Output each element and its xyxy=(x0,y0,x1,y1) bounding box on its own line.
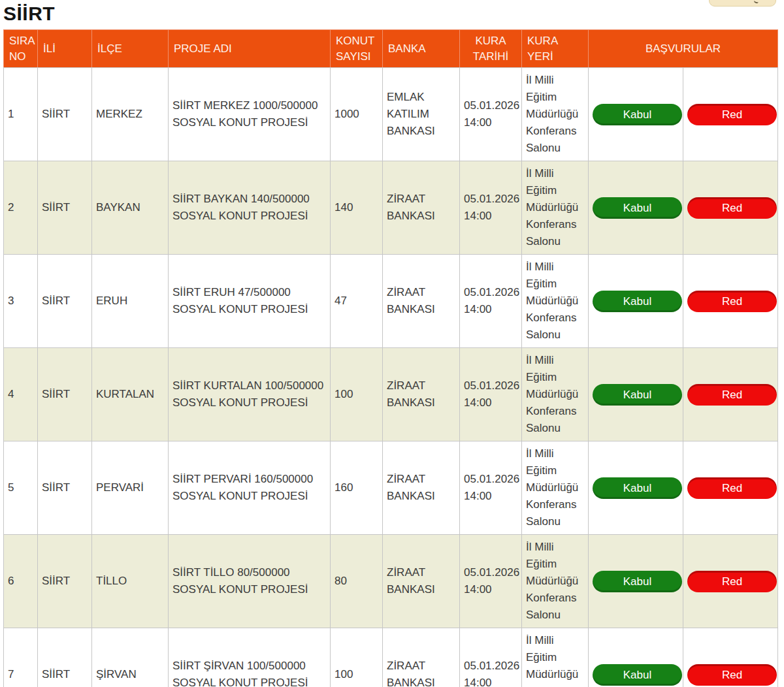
cell-konut-sayisi: 1000 xyxy=(331,68,383,161)
cell-proje-adi: SİİRT BAYKAN 140/500000 SOSYAL KONUT PRO… xyxy=(169,161,331,255)
cell-basvuru-red: Red xyxy=(683,535,778,628)
kabul-button[interactable]: Kabul xyxy=(593,571,682,592)
table-row: 7SİİRTŞİRVANSİİRT ŞİRVAN 100/500000 SOSY… xyxy=(4,628,778,687)
kabul-button[interactable]: Kabul xyxy=(593,197,682,219)
red-button[interactable]: Red xyxy=(687,664,777,686)
cell-banka: ZİRAAT BANKASI xyxy=(383,161,460,255)
kabul-button[interactable]: Kabul xyxy=(593,664,682,686)
table-row: 3SİİRTERUHSİİRT ERUH 47/500000 SOSYAL KO… xyxy=(4,255,778,348)
cell-kura-yeri: İl Milli Eğitim Müdürlüğü Konferans Salo… xyxy=(522,161,589,255)
cell-proje-adi: SİİRT TİLLO 80/500000 SOSYAL KONUT PROJE… xyxy=(169,535,331,628)
cell-banka: EMLAK KATILIM BANKASI xyxy=(383,68,460,161)
table-row: 5SİİRTPERVARİSİİRT PERVARİ 160/500000 SO… xyxy=(4,441,778,535)
kura-tarihi-line: 14:00 xyxy=(464,488,517,505)
cell-sira-no: 3 xyxy=(4,255,38,348)
cell-konut-sayisi: 140 xyxy=(331,161,383,255)
header-basvurular: BAŞVURULAR xyxy=(589,30,778,68)
table-row: 4SİİRTKURTALANSİİRT KURTALAN 100/500000 … xyxy=(4,348,778,441)
cell-konut-sayisi: 100 xyxy=(331,628,383,687)
cell-kura-tarihi: 05.01.202614:00 xyxy=(460,348,522,441)
kura-tarihi-line: 05.01.2026 xyxy=(464,377,517,394)
header-ili: İLİ xyxy=(38,30,92,68)
table-body: 1SİİRTMERKEZSİİRT MERKEZ 1000/500000 SOS… xyxy=(4,68,778,687)
kura-tarihi-line: 05.01.2026 xyxy=(464,97,517,114)
cell-proje-adi: SİİRT ERUH 47/500000 SOSYAL KONUT PROJES… xyxy=(169,255,331,348)
cell-sira-no: 4 xyxy=(4,348,38,441)
partial-button-glyph-icon xyxy=(753,0,759,4)
kura-tarihi-line: 14:00 xyxy=(464,301,517,318)
red-button[interactable]: Red xyxy=(687,291,777,312)
header-konut-sayisi: KONUT SAYISI xyxy=(331,30,383,68)
cell-kura-yeri: İl Milli Eğitim Müdürlüğü Konferans Salo… xyxy=(522,255,589,348)
header-sira-no: SIRA NO xyxy=(4,30,38,68)
kura-tarihi-line: 14:00 xyxy=(464,581,517,598)
kura-tarihi-line: 14:00 xyxy=(464,114,517,131)
cell-sira-no: 7 xyxy=(4,628,38,687)
cell-kura-tarihi: 05.01.202614:00 xyxy=(460,255,522,348)
cell-ilce: ERUH xyxy=(92,255,169,348)
cell-banka: ZİRAAT BANKASI xyxy=(383,348,460,441)
cell-basvuru-red: Red xyxy=(683,441,778,535)
cell-basvuru-red: Red xyxy=(683,255,778,348)
cell-ilce: BAYKAN xyxy=(92,161,169,255)
cell-proje-adi: SİİRT ŞİRVAN 100/500000 SOSYAL KONUT PRO… xyxy=(169,628,331,687)
cell-proje-adi: SİİRT KURTALAN 100/500000 SOSYAL KONUT P… xyxy=(169,348,331,441)
housing-projects-table: SIRA NO İLİ İLÇE PROJE ADI KONUT SAYISI … xyxy=(3,29,778,687)
header-ilce: İLÇE xyxy=(92,30,169,68)
cell-banka: ZİRAAT BANKASI xyxy=(383,441,460,535)
red-button[interactable]: Red xyxy=(687,477,777,499)
table-row: 6SİİRTTİLLOSİİRT TİLLO 80/500000 SOSYAL … xyxy=(4,535,778,628)
kura-tarihi-line: 05.01.2026 xyxy=(464,191,517,208)
kura-tarihi-line: 14:00 xyxy=(464,394,517,411)
cell-basvuru-kabul: Kabul xyxy=(589,161,683,255)
cell-basvuru-red: Red xyxy=(683,628,778,687)
cell-basvuru-kabul: Kabul xyxy=(589,68,683,161)
red-button[interactable]: Red xyxy=(687,571,777,592)
cell-ili: SİİRT xyxy=(38,161,92,255)
cell-ili: SİİRT xyxy=(38,255,92,348)
cell-basvuru-red: Red xyxy=(683,68,778,161)
kabul-button[interactable]: Kabul xyxy=(593,384,682,406)
cell-basvuru-red: Red xyxy=(683,348,778,441)
kabul-button[interactable]: Kabul xyxy=(593,104,682,125)
cell-ili: SİİRT xyxy=(38,348,92,441)
top-right-partial-button[interactable] xyxy=(709,0,776,7)
cell-kura-tarihi: 05.01.202614:00 xyxy=(460,161,522,255)
cell-kura-yeri: İl Milli Eğitim Müdürlüğü Konferans Salo… xyxy=(522,628,589,687)
cell-ilce: ŞİRVAN xyxy=(92,628,169,687)
header-proje-adi: PROJE ADI xyxy=(169,30,331,68)
cell-ilce: TİLLO xyxy=(92,535,169,628)
cell-kura-tarihi: 05.01.202614:00 xyxy=(460,441,522,535)
cell-banka: ZİRAAT BANKASI xyxy=(383,628,460,687)
cell-kura-tarihi: 05.01.202614:00 xyxy=(460,68,522,161)
cell-konut-sayisi: 160 xyxy=(331,441,383,535)
table-header-row: SIRA NO İLİ İLÇE PROJE ADI KONUT SAYISI … xyxy=(4,30,778,68)
cell-banka: ZİRAAT BANKASI xyxy=(383,255,460,348)
kura-tarihi-line: 05.01.2026 xyxy=(464,658,517,675)
cell-basvuru-kabul: Kabul xyxy=(589,535,683,628)
red-button[interactable]: Red xyxy=(687,104,777,125)
kura-tarihi-line: 05.01.2026 xyxy=(464,564,517,581)
kabul-button[interactable]: Kabul xyxy=(593,477,682,499)
cell-proje-adi: SİİRT MERKEZ 1000/500000 SOSYAL KONUT PR… xyxy=(169,68,331,161)
kura-tarihi-line: 14:00 xyxy=(464,208,517,225)
cell-kura-tarihi: 05.01.202614:00 xyxy=(460,628,522,687)
red-button[interactable]: Red xyxy=(687,197,777,219)
cell-basvuru-red: Red xyxy=(683,161,778,255)
red-button[interactable]: Red xyxy=(687,384,777,406)
cell-banka: ZİRAAT BANKASI xyxy=(383,535,460,628)
cell-sira-no: 5 xyxy=(4,441,38,535)
cell-kura-yeri: İl Milli Eğitim Müdürlüğü Konferans Salo… xyxy=(522,535,589,628)
cell-ili: SİİRT xyxy=(38,535,92,628)
cell-ilce: MERKEZ xyxy=(92,68,169,161)
cell-ili: SİİRT xyxy=(38,441,92,535)
table-row: 1SİİRTMERKEZSİİRT MERKEZ 1000/500000 SOS… xyxy=(4,68,778,161)
cell-sira-no: 1 xyxy=(4,68,38,161)
cell-sira-no: 2 xyxy=(4,161,38,255)
cell-ili: SİİRT xyxy=(38,628,92,687)
cell-konut-sayisi: 100 xyxy=(331,348,383,441)
kabul-button[interactable]: Kabul xyxy=(593,291,682,312)
kura-tarihi-line: 05.01.2026 xyxy=(464,471,517,488)
header-banka: BANKA xyxy=(383,30,460,68)
table-row: 2SİİRTBAYKANSİİRT BAYKAN 140/500000 SOSY… xyxy=(4,161,778,255)
